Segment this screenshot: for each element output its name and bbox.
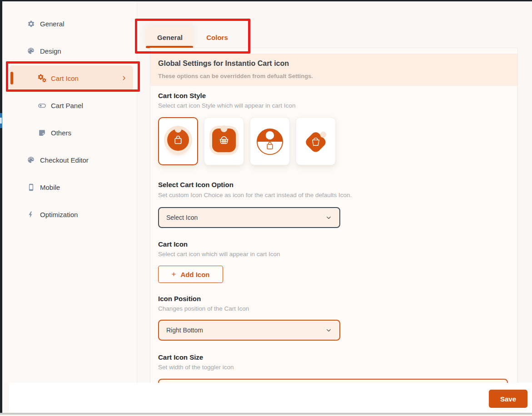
badge-dot — [175, 126, 182, 133]
badge-dot — [221, 125, 228, 132]
cart-icon-size-title: Cart Icon Size — [158, 353, 203, 361]
chevron-down-icon — [325, 214, 332, 221]
cart-icon-style-title: Cart Icon Style — [158, 92, 206, 99]
cart-icon-subtitle: Select cart icon which will appear in ca… — [158, 251, 280, 258]
tab-general[interactable]: General — [145, 27, 194, 48]
sidebar-item-cart-panel[interactable]: Cart Panel — [2, 96, 137, 114]
select-cart-icon-option-title: Select Cart Icon Option — [158, 181, 234, 188]
sidebar-item-checkout-editor[interactable]: Checkout Editor — [2, 151, 137, 169]
note-icon — [37, 128, 46, 137]
global-settings-header: Global Settings for Instantio Cart icon … — [150, 54, 517, 86]
select-cart-icon-option-subtitle: Set custom Icon Choice as icon for the c… — [158, 192, 352, 198]
diamond-bag-icon — [302, 128, 330, 156]
sidebar-item-label: Optimization — [40, 211, 78, 218]
sidebar-item-label: Design — [40, 47, 61, 55]
gears-icon — [37, 74, 46, 83]
sidebar-item-cart-icon[interactable]: Cart Icon — [9, 65, 133, 91]
sidebar-item-label: Others — [51, 129, 71, 137]
chevron-down-icon — [325, 327, 332, 334]
tab-label: General — [157, 34, 183, 41]
icon-position-dropdown[interactable]: Right Bottom — [158, 320, 340, 341]
cart-icon-style-subtitle: Select cart icon Style which will appear… — [158, 102, 295, 109]
circle-bag-icon — [167, 129, 189, 151]
toggle-icon — [37, 101, 46, 110]
sidebar-item-mobile[interactable]: Mobile — [2, 178, 137, 196]
cart-icon-style-option[interactable] — [204, 117, 244, 165]
sidebar-item-label: Mobile — [40, 183, 60, 191]
save-button[interactable]: Save — [489, 390, 527, 408]
bolt-icon — [26, 210, 35, 219]
sidebar-item-label: Cart Icon — [51, 74, 79, 82]
settings-sidebar: General Design Cart Icon — [2, 1, 137, 383]
cart-icon-style-options — [158, 117, 336, 165]
select-icon-dropdown[interactable]: Select Icon — [158, 207, 340, 228]
sidebar-item-general[interactable]: General — [2, 15, 137, 33]
cart-icon-style-option[interactable] — [296, 117, 336, 165]
gear-icon — [26, 19, 35, 28]
add-icon-button[interactable]: + Add Icon — [158, 266, 223, 283]
rounded-square-basket-icon — [212, 129, 236, 152]
sidebar-item-others[interactable]: Others — [2, 124, 137, 142]
footer-bar — [9, 383, 532, 413]
active-indicator-pill — [10, 72, 13, 84]
global-settings-subtitle: These options can be overridden from def… — [158, 73, 313, 79]
sidebar-item-optimization[interactable]: Optimization — [2, 205, 137, 223]
global-settings-title: Global Settings for Instantio Cart icon — [158, 59, 289, 68]
palette-icon — [26, 46, 35, 55]
plus-icon: + — [171, 270, 176, 279]
tab-colors[interactable]: Colors — [194, 27, 240, 48]
icon-position-dropdown-value: Right Bottom — [166, 327, 203, 334]
cart-icon-title: Cart Icon — [158, 240, 188, 248]
icon-position-title: Icon Position — [158, 295, 201, 302]
settings-panel: Global Settings for Instantio Cart icon … — [150, 48, 518, 383]
instantio-settings-screen: General Design Cart Icon — [0, 0, 532, 416]
sidebar-item-label: Checkout Editor — [40, 156, 89, 164]
split-circle-bag-icon — [256, 128, 284, 156]
palette-icon — [26, 155, 35, 164]
cart-icon-style-option[interactable] — [250, 117, 290, 165]
cart-icon-style-option[interactable] — [158, 117, 198, 165]
sidebar-item-label: Cart Panel — [51, 102, 83, 109]
sidebar-item-label: General — [40, 20, 64, 28]
tab-label: Colors — [206, 34, 228, 41]
add-icon-button-label: Add Icon — [180, 271, 209, 278]
chevron-right-icon — [121, 75, 127, 81]
wp-admin-active-strip-inner — [0, 118, 2, 124]
mobile-icon — [26, 183, 35, 192]
cart-icon-size-subtitle: Set width of the toggler icon — [158, 364, 234, 371]
select-icon-dropdown-value: Select Icon — [166, 214, 198, 221]
sidebar-item-design[interactable]: Design — [2, 42, 137, 60]
icon-position-subtitle: Changes position of the Cart Icon — [158, 305, 249, 312]
